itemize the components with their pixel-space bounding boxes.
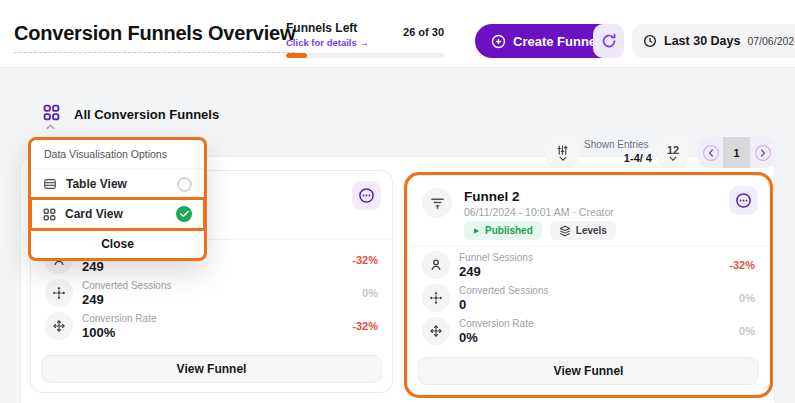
card-menu-button[interactable] bbox=[352, 181, 381, 210]
expand-arrows-icon bbox=[422, 317, 450, 345]
top-bar: Conversion Funnels Overview Funnels Left… bbox=[0, 0, 795, 68]
card-divider bbox=[408, 246, 769, 247]
shown-entries: Shown Entries 1-4/ 4 bbox=[584, 139, 652, 164]
funnel-card-2: Funnel 2 06/11/2024 - 10:01 AM · Creator… bbox=[407, 175, 770, 395]
sliders-icon bbox=[556, 145, 569, 156]
panel-title: All Conversion Funnels bbox=[74, 107, 219, 122]
levels-badge[interactable]: Levels bbox=[550, 221, 616, 240]
arrow-left-circle-icon bbox=[702, 144, 720, 162]
stat-value: 0% bbox=[459, 330, 533, 345]
published-badge: Published bbox=[464, 221, 542, 240]
chevron-up-icon bbox=[46, 124, 55, 130]
data-visualisation-popup: Data Visualisation Options Table View Ca… bbox=[28, 137, 207, 261]
option-card-view[interactable]: Card View bbox=[31, 199, 204, 229]
stat-label: Converted Sessions bbox=[82, 280, 172, 291]
chevron-down-icon bbox=[559, 156, 567, 161]
funnels-left-count: 26 of 30 bbox=[350, 26, 444, 38]
stat-value: 0 bbox=[459, 297, 549, 312]
arrow-right-circle-icon bbox=[754, 144, 772, 162]
funnels-left-progressbar bbox=[286, 53, 444, 58]
date-range-value: 07/06/2024 - 08/04/2024 bbox=[747, 35, 795, 47]
badges-row: Published Levels bbox=[464, 221, 616, 240]
date-preset-label: Last 30 Days bbox=[664, 34, 740, 48]
current-page[interactable]: 1 bbox=[723, 137, 750, 168]
funnel-icon bbox=[422, 188, 452, 218]
stat-delta: 0% bbox=[739, 325, 755, 337]
person-icon bbox=[422, 251, 450, 279]
plus-circle-icon bbox=[491, 34, 506, 49]
stat-label: Conversion Rate bbox=[459, 318, 533, 329]
pagination: 1 bbox=[698, 137, 775, 168]
funnels-left-progress-fill bbox=[286, 53, 307, 58]
filter-button[interactable] bbox=[546, 137, 579, 168]
date-range-filter[interactable]: Last 30 Days 07/06/2024 - 08/04/2024 bbox=[632, 24, 795, 58]
prev-page-button[interactable] bbox=[698, 137, 723, 168]
grid-view-icon[interactable] bbox=[43, 104, 60, 121]
levels-badge-label: Levels bbox=[576, 225, 607, 236]
stat-row-converted-sessions: Converted Sessions 249 0% bbox=[45, 278, 378, 308]
stat-row-converted-sessions: Converted Sessions 0 0% bbox=[422, 283, 755, 313]
view-funnel-button[interactable]: View Funnel bbox=[41, 355, 382, 383]
option-table-view[interactable]: Table View bbox=[31, 169, 204, 199]
stat-delta: -32% bbox=[352, 320, 378, 332]
stat-delta: -32% bbox=[352, 254, 378, 266]
next-page-button[interactable] bbox=[750, 137, 775, 168]
ellipsis-circle-icon bbox=[358, 187, 375, 204]
stat-delta: 0% bbox=[362, 287, 378, 299]
shown-entries-label: Shown Entries bbox=[584, 139, 652, 150]
network-icon bbox=[422, 284, 450, 312]
funnel-meta: 06/11/2024 - 10:01 AM · Creator bbox=[464, 206, 614, 218]
funnel-name: Funnel 2 bbox=[464, 189, 520, 204]
network-icon bbox=[45, 279, 73, 307]
page-size-selector[interactable]: 12 bbox=[658, 137, 688, 168]
ellipsis-circle-icon bbox=[735, 192, 752, 209]
clock-icon bbox=[643, 34, 657, 48]
radio-unselected[interactable] bbox=[177, 177, 192, 192]
card-menu-button[interactable] bbox=[729, 186, 758, 215]
stat-label: Funnel Sessions bbox=[459, 252, 533, 263]
page-size-value: 12 bbox=[667, 145, 679, 155]
stat-value: 100% bbox=[82, 325, 156, 340]
stat-row-conversion-rate: Conversion Rate 100% -32% bbox=[45, 311, 378, 341]
stat-value: 249 bbox=[82, 292, 172, 307]
stat-label: Conversion Rate bbox=[82, 313, 156, 324]
published-badge-label: Published bbox=[485, 225, 533, 236]
option-label: Table View bbox=[66, 177, 127, 191]
funnels-left-details-link[interactable]: Click for details → bbox=[286, 37, 444, 48]
refresh-icon bbox=[601, 33, 617, 49]
view-funnel-button[interactable]: View Funnel bbox=[418, 357, 759, 385]
check-circle-icon[interactable] bbox=[176, 206, 192, 222]
app-window: Conversion Funnels Overview Funnels Left… bbox=[0, 0, 795, 403]
grid-icon bbox=[43, 208, 56, 221]
option-label: Card View bbox=[65, 207, 123, 221]
stat-row-funnel-sessions: Funnel Sessions 249 -32% bbox=[422, 250, 755, 280]
refresh-button[interactable] bbox=[593, 24, 624, 58]
expand-arrows-icon bbox=[45, 312, 73, 340]
chevron-down-icon bbox=[669, 156, 677, 161]
table-icon bbox=[43, 177, 57, 191]
stat-row-conversion-rate: Conversion Rate 0% 0% bbox=[422, 316, 755, 346]
stat-delta: -32% bbox=[729, 259, 755, 271]
stat-delta: 0% bbox=[739, 292, 755, 304]
layers-icon bbox=[559, 225, 571, 237]
play-icon bbox=[473, 227, 480, 235]
popup-title: Data Visualisation Options bbox=[31, 140, 204, 168]
stat-value: 249 bbox=[459, 264, 533, 279]
page-title: Conversion Funnels Overview bbox=[14, 22, 295, 53]
popup-close-button[interactable]: Close bbox=[31, 230, 204, 258]
stat-label: Converted Sessions bbox=[459, 285, 549, 296]
shown-entries-value: 1-4/ 4 bbox=[584, 152, 652, 164]
create-funnel-label: Create Funnel bbox=[513, 34, 600, 49]
